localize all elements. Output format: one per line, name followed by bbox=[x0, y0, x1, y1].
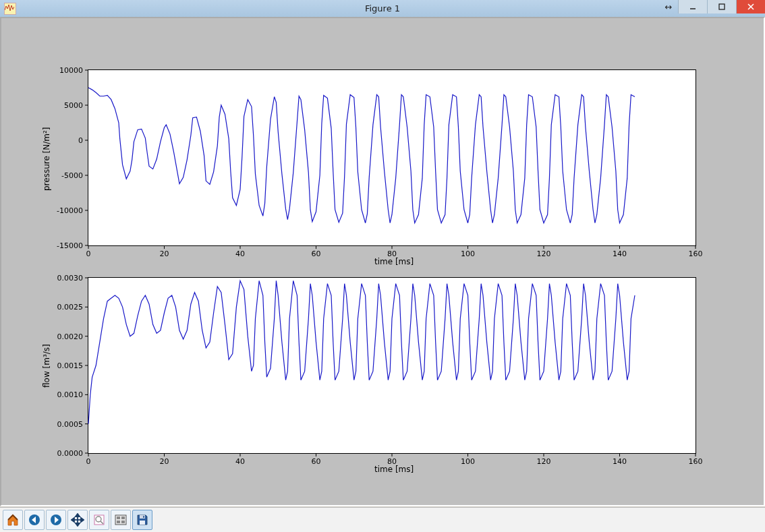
xtick-label: 20 bbox=[160, 249, 169, 258]
ytick-label: 0 bbox=[46, 136, 83, 145]
svg-rect-46 bbox=[121, 521, 125, 523]
svg-rect-49 bbox=[143, 516, 144, 518]
app-icon bbox=[4, 3, 16, 15]
minimize-button[interactable] bbox=[678, 0, 707, 13]
pan-button[interactable] bbox=[67, 510, 88, 530]
save-button[interactable] bbox=[132, 510, 152, 530]
pressure-plot[interactable]: 020406080100120140160-15000-10000-500005… bbox=[88, 69, 696, 246]
back-button[interactable] bbox=[24, 510, 45, 530]
svg-rect-48 bbox=[140, 521, 145, 525]
xtick-label: 40 bbox=[235, 457, 245, 466]
xtick-label: 20 bbox=[160, 457, 169, 466]
home-button[interactable] bbox=[3, 510, 23, 530]
xtick-label: 120 bbox=[537, 249, 551, 258]
xtick-label: 100 bbox=[461, 249, 475, 258]
xtick-label: 120 bbox=[537, 457, 551, 466]
ytick-label: 0.0015 bbox=[46, 361, 83, 370]
window-controls: ↔ bbox=[659, 0, 765, 17]
xtick-label: 160 bbox=[689, 457, 703, 466]
figure-background: 020406080100120140160-15000-10000-500005… bbox=[7, 24, 758, 500]
restore-hint-icon: ↔ bbox=[659, 0, 678, 13]
ytick-label: 0.0000 bbox=[46, 449, 83, 458]
nav-toolbar bbox=[0, 507, 765, 532]
ytick-label: 0.0010 bbox=[46, 390, 83, 399]
xtick-label: 40 bbox=[235, 249, 245, 258]
xtick-label: 0 bbox=[86, 457, 91, 466]
maximize-button[interactable] bbox=[707, 0, 736, 13]
window-titlebar: Figure 1 ↔ bbox=[0, 0, 765, 18]
xtick-label: 140 bbox=[613, 457, 627, 466]
flow-xlabel: time [ms] bbox=[374, 465, 414, 474]
ytick-label: 0.0005 bbox=[46, 419, 83, 428]
ytick-label: 0.0025 bbox=[46, 303, 83, 312]
svg-rect-45 bbox=[117, 521, 120, 523]
xtick-label: 140 bbox=[613, 249, 627, 258]
window-title: Figure 1 bbox=[365, 3, 400, 13]
flow-series bbox=[88, 280, 635, 423]
ytick-label: 5000 bbox=[46, 101, 83, 110]
xtick-label: 100 bbox=[461, 457, 475, 466]
ytick-label: -10000 bbox=[46, 206, 83, 215]
flow-ylabel: flow [m³/s] bbox=[42, 344, 51, 388]
close-button[interactable] bbox=[736, 0, 765, 13]
pressure-ylabel: pressure [N/m²] bbox=[42, 127, 51, 191]
svg-rect-1 bbox=[719, 4, 725, 9]
xtick-label: 160 bbox=[689, 249, 703, 258]
xtick-label: 60 bbox=[312, 249, 321, 258]
figure-canvas[interactable]: 020406080100120140160-15000-10000-500005… bbox=[0, 17, 765, 506]
xtick-label: 60 bbox=[312, 457, 321, 466]
svg-rect-43 bbox=[117, 516, 120, 519]
ytick-label: 10000 bbox=[46, 66, 83, 75]
subplots-button[interactable] bbox=[111, 510, 131, 530]
svg-rect-44 bbox=[121, 516, 125, 519]
pressure-xlabel: time [ms] bbox=[374, 257, 414, 266]
zoom-button[interactable] bbox=[89, 510, 109, 530]
forward-button[interactable] bbox=[46, 510, 66, 530]
ytick-label: -5000 bbox=[46, 171, 83, 180]
xtick-label: 0 bbox=[86, 249, 91, 258]
flow-plot[interactable]: 0204060801001201401600.00000.00050.00100… bbox=[88, 277, 696, 454]
ytick-label: 0.0020 bbox=[46, 332, 83, 341]
pressure-series bbox=[88, 88, 635, 223]
ytick-label: -15000 bbox=[46, 241, 83, 250]
ytick-label: 0.0030 bbox=[46, 274, 83, 283]
